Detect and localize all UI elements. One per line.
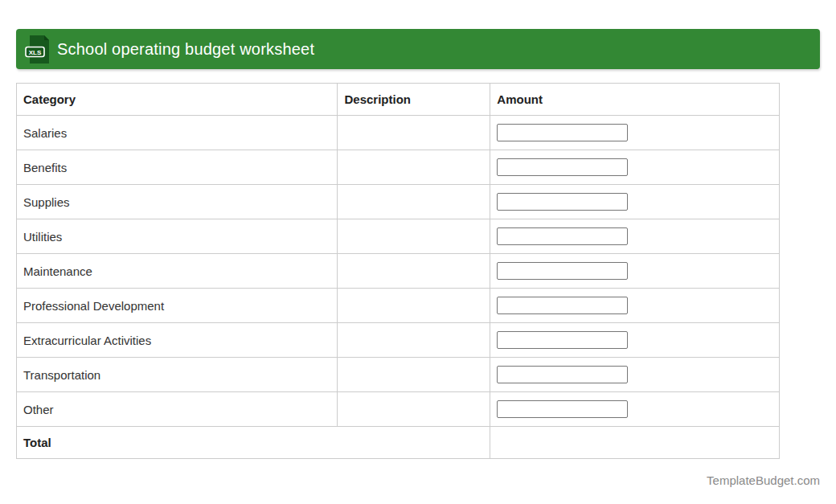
page-title: School operating budget worksheet bbox=[57, 40, 314, 59]
amount-cell bbox=[490, 323, 780, 358]
amount-input[interactable] bbox=[497, 227, 628, 245]
amount-cell bbox=[490, 254, 780, 289]
amount-input[interactable] bbox=[497, 400, 628, 418]
category-cell: Other bbox=[17, 392, 338, 427]
category-cell: Benefits bbox=[17, 150, 338, 185]
table-row: Maintenance bbox=[17, 254, 780, 289]
title-bar: XLS School operating budget worksheet bbox=[16, 29, 820, 69]
category-cell: Extracurricular Activities bbox=[17, 323, 338, 358]
amount-input[interactable] bbox=[497, 297, 628, 314]
total-label-cell: Total bbox=[17, 427, 490, 459]
amount-input[interactable] bbox=[497, 124, 628, 141]
amount-cell bbox=[490, 219, 780, 254]
amount-input[interactable] bbox=[497, 262, 628, 280]
table-row: Benefits bbox=[17, 150, 780, 185]
column-header-category: Category bbox=[17, 84, 338, 116]
total-row: Total bbox=[17, 427, 780, 459]
amount-cell bbox=[490, 358, 780, 392]
column-header-amount: Amount bbox=[490, 84, 780, 116]
xls-file-icon: XLS bbox=[25, 35, 49, 64]
total-amount-cell bbox=[490, 427, 780, 459]
description-cell bbox=[338, 219, 490, 254]
table-row: Professional Development bbox=[17, 289, 780, 323]
table-row: Supplies bbox=[17, 185, 780, 219]
xls-icon-label: XLS bbox=[29, 48, 42, 55]
amount-input[interactable] bbox=[497, 366, 628, 383]
amount-cell bbox=[490, 116, 780, 150]
table-header-row: Category Description Amount bbox=[17, 84, 780, 116]
description-cell bbox=[338, 150, 490, 185]
column-header-description: Description bbox=[338, 84, 490, 116]
amount-cell bbox=[490, 392, 780, 427]
table-row: Utilities bbox=[17, 219, 780, 254]
table-row: Transportation bbox=[17, 358, 780, 392]
category-cell: Maintenance bbox=[17, 254, 338, 289]
table-row: Extracurricular Activities bbox=[17, 323, 780, 358]
description-cell bbox=[338, 358, 490, 392]
table-row: Salaries bbox=[17, 116, 780, 150]
category-cell: Supplies bbox=[17, 185, 338, 219]
amount-input[interactable] bbox=[497, 331, 628, 349]
description-cell bbox=[338, 254, 490, 289]
footer-brand: TemplateBudget.com bbox=[707, 473, 820, 487]
amount-input[interactable] bbox=[497, 193, 628, 211]
budget-table: Category Description Amount Salaries Ben… bbox=[16, 83, 780, 459]
description-cell bbox=[338, 289, 490, 323]
category-cell: Utilities bbox=[17, 219, 338, 254]
amount-cell bbox=[490, 150, 780, 185]
category-cell: Transportation bbox=[17, 358, 338, 392]
amount-input[interactable] bbox=[497, 158, 628, 176]
description-cell bbox=[338, 323, 490, 358]
description-cell bbox=[338, 116, 490, 150]
amount-cell bbox=[490, 289, 780, 323]
table-row: Other bbox=[17, 392, 780, 427]
page: XLS School operating budget worksheet Ca… bbox=[0, 0, 836, 504]
description-cell bbox=[338, 392, 490, 427]
description-cell bbox=[338, 185, 490, 219]
category-cell: Salaries bbox=[17, 116, 338, 150]
category-cell: Professional Development bbox=[17, 289, 338, 323]
amount-cell bbox=[490, 185, 780, 219]
